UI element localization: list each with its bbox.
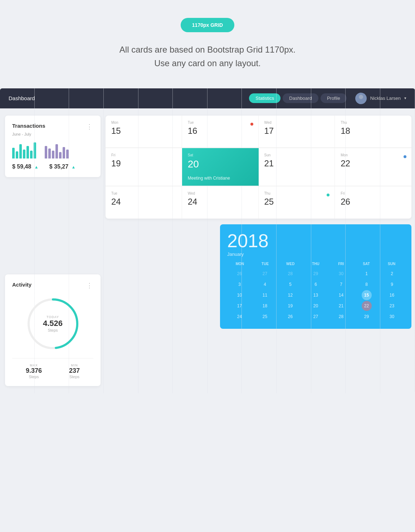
transaction-values: $ 59,48 ▲ $ 35,27 ▲: [12, 163, 93, 170]
tab-dashboard[interactable]: Dashboard: [283, 93, 318, 103]
cal-day[interactable]: 17: [235, 301, 245, 311]
cal-cell-tue24: Tue 24: [106, 186, 182, 219]
cal-cell-thu18: Thu 18: [335, 116, 411, 148]
activity-menu-icon[interactable]: ⋮: [86, 282, 93, 289]
activity-card: Activity ⋮ TODAY 4.526 Steps: [5, 274, 101, 386]
ui-preview: Dashboard Statistics Dashboard Profile N…: [0, 88, 415, 393]
purple-bars: [45, 141, 69, 158]
transactions-menu-icon[interactable]: ⋮: [86, 123, 93, 131]
cal-day[interactable]: 27: [311, 312, 321, 322]
calendar-week-2: Fri 19 Sat 20 Meeting with Cristiane Sun…: [106, 148, 411, 186]
cal-cell-wed17: Wed 17: [259, 116, 335, 148]
cal-day[interactable]: 14: [336, 290, 346, 300]
bar: [59, 152, 62, 158]
transactions-header: Transactions ⋮: [12, 123, 93, 131]
cal-day[interactable]: 8: [362, 279, 372, 289]
cal-day[interactable]: 19: [285, 301, 296, 311]
cal-cell-fri19: Fri 19: [106, 148, 182, 186]
tab-profile[interactable]: Profile: [321, 93, 347, 103]
cal-day[interactable]: 29: [362, 312, 372, 322]
cal-day[interactable]: 3: [235, 279, 245, 289]
arrow-up-icon-2: ▲: [72, 165, 76, 170]
cal-day[interactable]: 30: [336, 269, 346, 279]
blue-cal-month: January: [227, 252, 404, 257]
nav-tabs: Statistics Dashboard Profile: [249, 93, 346, 103]
cal-header-tue: TUE: [253, 262, 278, 266]
activity-title: Activity: [12, 282, 31, 288]
stat-max: MAX 9.376 Steps: [26, 363, 42, 379]
steps-value: 4.526: [43, 319, 63, 328]
transaction-charts: [12, 141, 93, 158]
cal-day[interactable]: 28: [285, 269, 296, 279]
t-value-2: $ 35,27: [49, 163, 68, 170]
svg-point-1: [357, 100, 365, 104]
max-label: MAX: [26, 363, 42, 367]
calendar-card: Mon 15 Tue 16 Wed 17 Thu 18: [106, 116, 411, 219]
bar: [19, 144, 22, 158]
cal-day[interactable]: 26: [235, 269, 245, 279]
cal-day[interactable]: 28: [336, 312, 346, 322]
cal-day[interactable]: 7: [336, 279, 346, 289]
activity-header: Activity ⋮: [12, 282, 93, 289]
cal-day[interactable]: 2: [387, 269, 397, 279]
cal-day[interactable]: 1: [362, 269, 372, 279]
cal-day[interactable]: 11: [260, 290, 270, 300]
transactions-subtitle: June - July: [12, 132, 93, 136]
cal-header-wed: WED: [278, 262, 303, 266]
cal-day[interactable]: 20: [311, 301, 321, 311]
dot-red-icon: [250, 123, 253, 126]
cal-header-fri: FRI: [328, 262, 354, 266]
bar: [48, 148, 51, 158]
arrow-up-icon-1: ▲: [34, 165, 39, 170]
cal-day[interactable]: 23: [387, 301, 397, 311]
cal-header-sun: SUN: [379, 262, 404, 266]
cal-day[interactable]: 27: [260, 269, 270, 279]
stat-min: MIN 237 Steps: [69, 363, 80, 379]
cal-day[interactable]: 21: [336, 301, 346, 311]
nav-title: Dashboard: [9, 95, 249, 101]
cal-day[interactable]: 16: [387, 290, 397, 300]
cal-cell-thu25: Thu 25: [259, 186, 335, 219]
cal-cell-wed24: Wed 24: [182, 186, 259, 219]
svg-point-0: [359, 95, 363, 99]
dot-teal-icon: [327, 194, 329, 196]
cal-cell-sat20: Sat 20 Meeting with Cristiane: [182, 148, 259, 186]
cal-day-today[interactable]: 15: [362, 290, 372, 300]
chevron-down-icon: ▾: [404, 96, 406, 101]
content-area: Transactions ⋮ June - July: [0, 108, 415, 393]
cal-header-thu: THU: [303, 262, 328, 266]
cal-day[interactable]: 30: [387, 312, 397, 322]
cal-day[interactable]: 5: [285, 279, 296, 289]
cal-day[interactable]: 6: [311, 279, 321, 289]
cal-header-mon: MON: [227, 262, 253, 266]
cal-cell-mon15: Mon 15: [106, 116, 182, 148]
cal-day[interactable]: 26: [285, 312, 296, 322]
avatar: [355, 93, 367, 104]
cal-day[interactable]: 10: [235, 290, 245, 300]
cal-day[interactable]: 24: [235, 312, 245, 322]
dot-blue-icon: [404, 155, 406, 158]
bar: [26, 146, 29, 158]
cal-day[interactable]: 13: [311, 290, 321, 300]
bar: [34, 142, 36, 158]
cal-day[interactable]: 29: [311, 269, 321, 279]
cal-day-highlighted[interactable]: 22: [362, 301, 372, 311]
cal-day[interactable]: 18: [260, 301, 270, 311]
cal-day[interactable]: 4: [260, 279, 270, 289]
bar: [30, 151, 33, 158]
cal-day[interactable]: 12: [285, 290, 296, 300]
cal-cell-mon22: Mon 22: [335, 148, 411, 186]
calendar-week-3: Tue 24 Wed 24 Thu 25 Fri 26: [106, 186, 411, 219]
tab-statistics[interactable]: Statistics: [249, 93, 280, 103]
activity-circle-container: TODAY 4.526 Steps: [12, 295, 93, 352]
transactions-card: Transactions ⋮ June - July: [5, 116, 101, 177]
circle-inner: TODAY 4.526 Steps: [43, 315, 63, 332]
bar: [63, 147, 65, 158]
cal-day[interactable]: 25: [260, 312, 270, 322]
teal-bars: [12, 141, 36, 158]
grid-badge: 1170px GRID: [181, 18, 234, 32]
tagline-line2: Use any card on any layout.: [154, 58, 261, 68]
t-value-1: $ 59,48: [12, 163, 31, 170]
cal-day[interactable]: 9: [387, 279, 397, 289]
today-label: TODAY: [43, 315, 63, 319]
